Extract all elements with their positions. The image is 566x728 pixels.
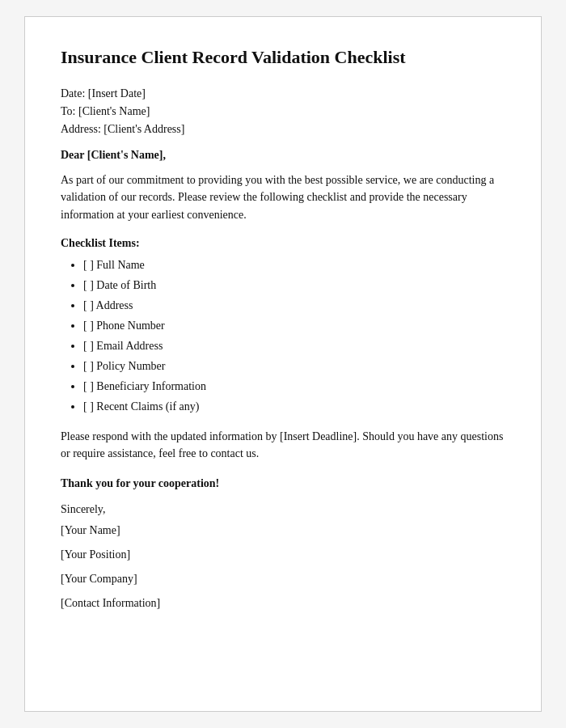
- closing-paragraph: Please respond with the updated informat…: [61, 428, 505, 463]
- date-line: Date: [Insert Date]: [61, 87, 505, 100]
- list-item: [ ] Phone Number: [83, 317, 505, 334]
- your-company-line: [Your Company]: [61, 573, 505, 586]
- your-position-line: [Your Position]: [61, 548, 505, 561]
- sincerely-line: Sincerely,: [61, 503, 505, 516]
- page-wrapper: Insurance Client Record Validation Check…: [0, 0, 566, 728]
- address-line: Address: [Client's Address]: [61, 123, 505, 136]
- list-item: [ ] Full Name: [83, 256, 505, 273]
- list-item: [ ] Policy Number: [83, 358, 505, 375]
- checklist-list: [ ] Full Name [ ] Date of Birth [ ] Addr…: [83, 256, 505, 415]
- salutation: Dear [Client's Name],: [61, 149, 505, 162]
- document-title: Insurance Client Record Validation Check…: [61, 46, 505, 70]
- list-item: [ ] Recent Claims (if any): [83, 398, 505, 415]
- your-name-line: [Your Name]: [61, 524, 505, 537]
- list-item: [ ] Date of Birth: [83, 277, 505, 294]
- to-line: To: [Client's Name]: [61, 105, 505, 118]
- list-item: [ ] Address: [83, 297, 505, 314]
- intro-paragraph: As part of our commitment to providing y…: [61, 171, 505, 224]
- list-item: [ ] Email Address: [83, 337, 505, 354]
- thank-you-text: Thank you for your cooperation!: [61, 477, 505, 490]
- checklist-heading: Checklist Items:: [61, 237, 505, 250]
- list-item: [ ] Beneficiary Information: [83, 378, 505, 395]
- contact-info-line: [Contact Information]: [61, 597, 505, 610]
- document: Insurance Client Record Validation Check…: [24, 16, 542, 712]
